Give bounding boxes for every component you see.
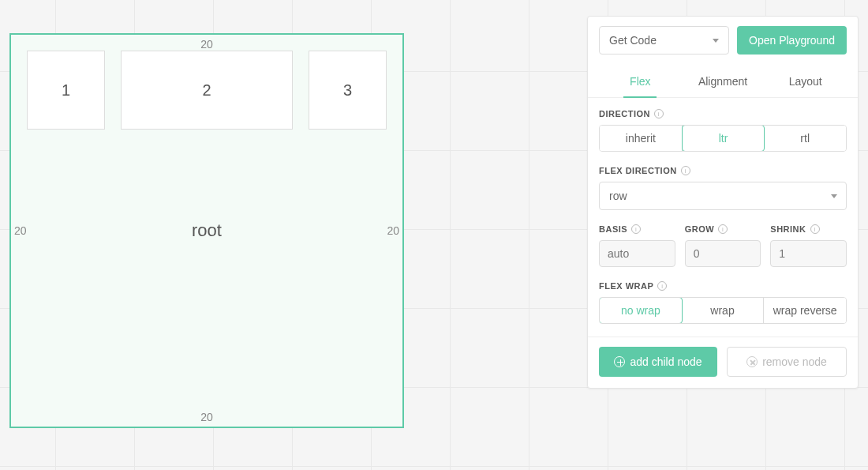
- padding-left-label: 20: [14, 224, 27, 237]
- bgs-row: BASIS i GROW i SHRINK i: [599, 224, 847, 267]
- info-icon[interactable]: i: [681, 166, 690, 175]
- info-icon[interactable]: i: [657, 281, 667, 291]
- child-label: 1: [62, 81, 70, 100]
- direction-label-text: DIRECTION: [599, 109, 650, 118]
- info-icon[interactable]: i: [654, 109, 664, 118]
- flex-wrap-label: FLEX WRAP i: [599, 281, 847, 291]
- tab-layout[interactable]: Layout: [764, 66, 847, 97]
- root-node[interactable]: 20 20 20 20 root 1 2 3: [9, 33, 404, 428]
- shrink-label: SHRINK i: [770, 224, 847, 234]
- direction-option-inherit[interactable]: inherit: [600, 126, 683, 151]
- direction-option-rtl[interactable]: rtl: [764, 126, 846, 151]
- get-code-label: Get Code: [609, 34, 657, 47]
- basis-input[interactable]: [599, 240, 675, 267]
- child-label: 2: [202, 81, 211, 100]
- remove-node-button: remove node: [727, 347, 847, 377]
- direction-segmented: inherit ltr rtl: [599, 125, 847, 152]
- basis-col: BASIS i: [599, 224, 675, 267]
- child-node-3[interactable]: 3: [309, 51, 387, 130]
- info-icon[interactable]: i: [631, 224, 641, 234]
- flex-wrap-segmented: no wrap wrap wrap reverse: [599, 297, 847, 324]
- child-node-2[interactable]: 2: [121, 51, 293, 130]
- padding-bottom-label: 20: [200, 411, 213, 423]
- child-label: 3: [343, 81, 352, 100]
- add-child-label: add child node: [630, 355, 702, 368]
- tab-alignment[interactable]: Alignment: [682, 66, 765, 97]
- padding-right-label: 20: [387, 224, 399, 237]
- direction-option-ltr[interactable]: ltr: [682, 125, 765, 152]
- chevron-down-icon: [713, 39, 719, 43]
- add-child-button[interactable]: add child node: [599, 347, 717, 377]
- tabs: Flex Alignment Layout: [588, 66, 858, 98]
- grow-col: GROW i: [685, 224, 761, 267]
- root-node-label: root: [192, 220, 222, 241]
- x-circle-icon: [746, 356, 758, 367]
- flex-direction-label-text: FLEX DIRECTION: [599, 166, 677, 175]
- get-code-dropdown[interactable]: Get Code: [599, 26, 729, 55]
- direction-label: DIRECTION i: [599, 109, 847, 118]
- grow-label: GROW i: [685, 224, 761, 234]
- wrap-option-nowrap[interactable]: no wrap: [599, 297, 683, 324]
- grow-input[interactable]: [685, 240, 761, 267]
- padding-top-label: 20: [200, 38, 213, 51]
- flex-panel: DIRECTION i inherit ltr rtl FLEX DIRECTI…: [588, 98, 858, 337]
- panel-actions: add child node remove node: [588, 337, 858, 388]
- layout-canvas[interactable]: 20 20 20 20 root 1 2 3: [9, 33, 407, 431]
- flex-wrap-label-text: FLEX WRAP: [599, 281, 653, 291]
- tab-flex[interactable]: Flex: [599, 66, 682, 97]
- plus-circle-icon: [614, 356, 625, 367]
- info-icon[interactable]: i: [718, 224, 728, 234]
- info-icon[interactable]: i: [810, 224, 820, 234]
- shrink-input[interactable]: [770, 240, 847, 267]
- grow-label-text: GROW: [685, 224, 714, 234]
- open-playground-button[interactable]: Open Playground: [737, 26, 847, 55]
- flex-direction-label: FLEX DIRECTION i: [599, 166, 847, 175]
- flex-direction-select[interactable]: row: [599, 182, 847, 210]
- basis-label-text: BASIS: [599, 224, 627, 234]
- child-node-1[interactable]: 1: [27, 51, 105, 130]
- basis-label: BASIS i: [599, 224, 675, 234]
- wrap-option-wrap[interactable]: wrap: [682, 298, 765, 323]
- shrink-col: SHRINK i: [770, 224, 847, 267]
- properties-panel: Get Code Open Playground Flex Alignment …: [587, 16, 859, 389]
- flex-direction-select-wrap: row: [599, 182, 847, 210]
- panel-toolbar: Get Code Open Playground: [588, 17, 858, 66]
- wrap-option-wrap-reverse[interactable]: wrap reverse: [764, 298, 846, 323]
- shrink-label-text: SHRINK: [770, 224, 806, 234]
- remove-node-label: remove node: [762, 355, 827, 368]
